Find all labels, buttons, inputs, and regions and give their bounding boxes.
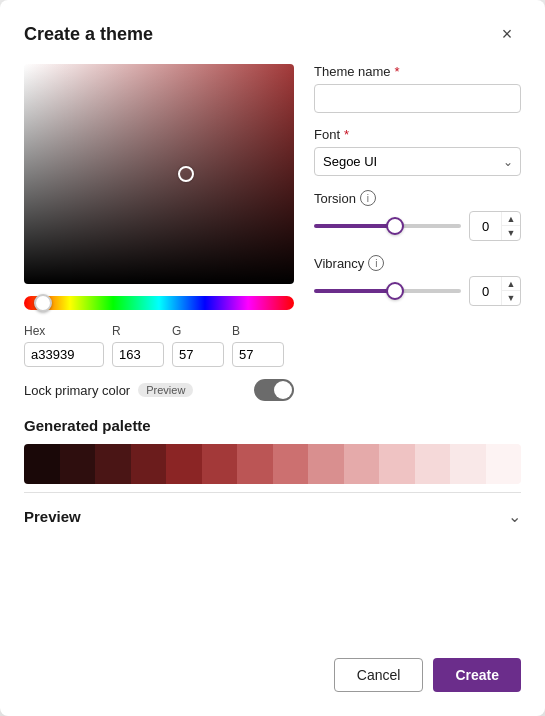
torsion-value: 0 <box>470 212 501 240</box>
r-label: R <box>112 324 164 338</box>
create-button[interactable]: Create <box>433 658 521 692</box>
torsion-slider-wrap[interactable] <box>314 216 461 236</box>
vibrancy-slider-wrap[interactable] <box>314 281 461 301</box>
torsion-up-button[interactable]: ▲ <box>502 212 520 226</box>
font-label: Font * <box>314 127 521 142</box>
theme-name-required: * <box>395 64 400 79</box>
torsion-spinner[interactable]: 0 ▲ ▼ <box>469 211 521 241</box>
vibrancy-label: Vibrancy i <box>314 255 521 271</box>
theme-name-input[interactable] <box>314 84 521 113</box>
cancel-button[interactable]: Cancel <box>334 658 424 692</box>
hue-thumb[interactable] <box>34 294 52 312</box>
palette-swatch[interactable] <box>131 444 167 484</box>
b-input-group: B <box>232 324 284 367</box>
torsion-field: Torsion i 0 ▲ ▼ <box>314 190 521 241</box>
create-theme-dialog: Create a theme × Hex R <box>0 0 545 716</box>
color-gradient[interactable] <box>24 64 294 284</box>
palette-swatch[interactable] <box>450 444 486 484</box>
hue-slider[interactable] <box>24 294 294 312</box>
vibrancy-label-text: Vibrancy <box>314 256 364 271</box>
font-field: Font * Segoe UI Arial Calibri Verdana ⌄ <box>314 127 521 176</box>
theme-name-label: Theme name * <box>314 64 521 79</box>
dialog-title: Create a theme <box>24 24 153 45</box>
dialog-header: Create a theme × <box>24 20 521 48</box>
close-button[interactable]: × <box>493 20 521 48</box>
lock-row: Lock primary color Preview <box>24 379 294 401</box>
right-panel: Theme name * Font * Segoe UI Arial Calib… <box>314 64 521 401</box>
vibrancy-info-icon[interactable]: i <box>368 255 384 271</box>
r-input[interactable] <box>112 342 164 367</box>
palette-swatch[interactable] <box>415 444 451 484</box>
vibrancy-field: Vibrancy i 0 ▲ ▼ <box>314 255 521 306</box>
torsion-label: Torsion i <box>314 190 521 206</box>
lock-label: Lock primary color <box>24 383 130 398</box>
torsion-info-icon[interactable]: i <box>360 190 376 206</box>
palette-swatch[interactable] <box>344 444 380 484</box>
toggle-knob <box>274 381 292 399</box>
torsion-label-text: Torsion <box>314 191 356 206</box>
b-input[interactable] <box>232 342 284 367</box>
theme-name-label-text: Theme name <box>314 64 391 79</box>
vibrancy-spinner[interactable]: 0 ▲ ▼ <box>469 276 521 306</box>
palette-swatch[interactable] <box>486 444 522 484</box>
palette-section: Generated palette <box>24 417 521 484</box>
font-required: * <box>344 127 349 142</box>
palette-swatch[interactable] <box>95 444 131 484</box>
preview-badge: Preview <box>138 383 193 397</box>
preview-header[interactable]: Preview ⌄ <box>24 493 521 526</box>
vibrancy-down-button[interactable]: ▼ <box>502 291 520 305</box>
palette-swatch[interactable] <box>202 444 238 484</box>
palette-swatch[interactable] <box>379 444 415 484</box>
palette-swatch[interactable] <box>166 444 202 484</box>
palette-swatch[interactable] <box>273 444 309 484</box>
main-content: Hex R G B Lock primary color <box>24 64 521 401</box>
color-inputs: Hex R G B <box>24 324 294 367</box>
palette-swatches <box>24 444 521 484</box>
hex-input-group: Hex <box>24 324 104 367</box>
torsion-track <box>314 224 461 228</box>
color-handle[interactable] <box>178 166 194 182</box>
hex-input[interactable] <box>24 342 104 367</box>
font-select[interactable]: Segoe UI Arial Calibri Verdana <box>314 147 521 176</box>
hex-label: Hex <box>24 324 104 338</box>
b-label: B <box>232 324 284 338</box>
g-label: G <box>172 324 224 338</box>
torsion-down-button[interactable]: ▼ <box>502 226 520 240</box>
palette-title: Generated palette <box>24 417 521 434</box>
r-input-group: R <box>112 324 164 367</box>
torsion-arrows: ▲ ▼ <box>501 212 520 240</box>
theme-name-field: Theme name * <box>314 64 521 113</box>
g-input-group: G <box>172 324 224 367</box>
vibrancy-value: 0 <box>470 277 501 305</box>
palette-swatch[interactable] <box>60 444 96 484</box>
vibrancy-up-button[interactable]: ▲ <box>502 277 520 291</box>
torsion-slider-row: 0 ▲ ▼ <box>314 211 521 241</box>
vibrancy-arrows: ▲ ▼ <box>501 277 520 305</box>
preview-header-title: Preview <box>24 508 81 525</box>
lock-toggle[interactable] <box>254 379 294 401</box>
palette-swatch[interactable] <box>237 444 273 484</box>
vibrancy-track <box>314 289 461 293</box>
preview-section: Preview ⌄ <box>24 492 521 526</box>
toggle-slider <box>254 379 294 401</box>
left-panel: Hex R G B Lock primary color <box>24 64 294 401</box>
torsion-thumb[interactable] <box>386 217 404 235</box>
chevron-down-icon: ⌄ <box>508 507 521 526</box>
font-label-text: Font <box>314 127 340 142</box>
palette-swatch[interactable] <box>308 444 344 484</box>
dialog-footer: Cancel Create <box>24 638 521 692</box>
font-select-wrap: Segoe UI Arial Calibri Verdana ⌄ <box>314 147 521 176</box>
hue-track <box>24 296 294 310</box>
g-input[interactable] <box>172 342 224 367</box>
palette-swatch[interactable] <box>24 444 60 484</box>
vibrancy-slider-row: 0 ▲ ▼ <box>314 276 521 306</box>
vibrancy-thumb[interactable] <box>386 282 404 300</box>
